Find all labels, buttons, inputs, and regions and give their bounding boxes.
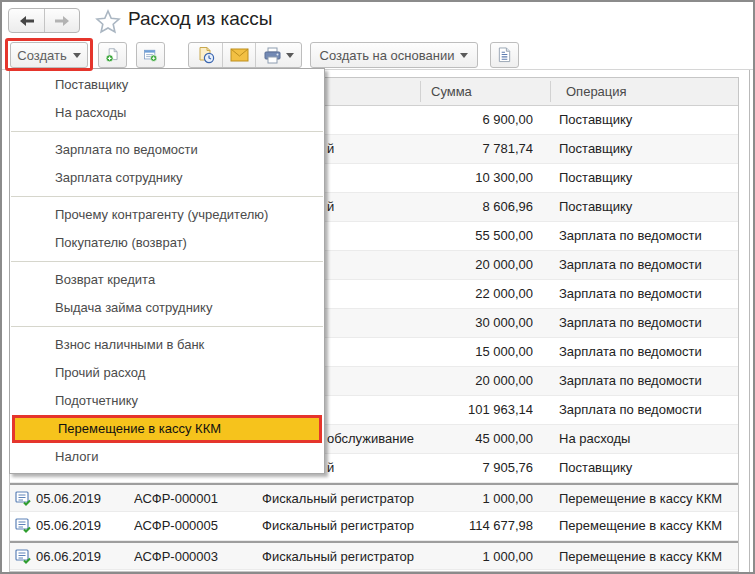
chevron-down-icon bbox=[73, 53, 81, 58]
menu-item-4[interactable]: Зарплата сотруднику bbox=[10, 164, 324, 192]
cell-sum: 30 000,00 bbox=[420, 309, 533, 336]
print-icon bbox=[263, 47, 282, 64]
new-group-button[interactable] bbox=[136, 42, 165, 68]
cell-detail: Фискальный регистратор bbox=[262, 512, 418, 539]
cell-number: АСФР-000001 bbox=[134, 485, 260, 512]
favorite-star-icon[interactable] bbox=[94, 7, 122, 35]
menu-item-6[interactable]: Прочему контрагенту (учредителю) bbox=[10, 201, 324, 229]
cell-operation: Перемещение в кассу ККМ bbox=[559, 512, 736, 539]
document-posted-icon bbox=[15, 491, 31, 509]
cell-sum: 22 000,00 bbox=[420, 280, 533, 307]
vertical-scrollbar[interactable] bbox=[741, 70, 750, 572]
menu-separator bbox=[10, 192, 324, 201]
table-row[interactable]: 05.06.2019АСФР-000001Фискальный регистра… bbox=[10, 483, 738, 512]
cell-operation: Зарплата по ведомости bbox=[559, 280, 736, 307]
cell-date: 05.06.2019 bbox=[36, 512, 132, 539]
cell-number: АСФР-000005 bbox=[134, 512, 260, 539]
table-row[interactable]: 06.06.2019АСФР-000003Фискальный регистра… bbox=[10, 541, 738, 570]
cell-detail: Фискальный регистратор bbox=[262, 485, 418, 512]
cell-sum: 1 000,00 bbox=[420, 543, 533, 570]
cell-detail: Фискальный регистратор bbox=[262, 543, 418, 570]
cell-operation: На расходы bbox=[559, 425, 736, 452]
document-posted-icon bbox=[15, 518, 31, 536]
cash-expense-window: Расход из кассы Создать bbox=[0, 0, 755, 574]
create-button-label: Создать bbox=[17, 48, 66, 63]
cell-sum: 7 905,76 bbox=[420, 454, 533, 481]
menu-separator bbox=[10, 127, 324, 136]
menu-item-3[interactable]: Зарплата по ведомости bbox=[10, 136, 324, 164]
menu-separator bbox=[10, 257, 324, 266]
cell-number: АСФР-000003 bbox=[134, 543, 260, 570]
cell-operation: Поставщику bbox=[559, 106, 736, 133]
cell-sum: 101 963,14 bbox=[420, 396, 533, 423]
menu-item-1[interactable]: На расходы bbox=[10, 99, 324, 127]
cell-operation: Зарплата по ведомости bbox=[559, 251, 736, 278]
cell-operation: Перемещение в кассу ККМ bbox=[559, 485, 736, 512]
email-icon bbox=[230, 48, 249, 62]
column-header-sum[interactable]: Сумма bbox=[431, 78, 472, 105]
cell-sum: 45 000,00 bbox=[420, 425, 533, 452]
email-button[interactable] bbox=[222, 43, 255, 67]
cell-date: 05.06.2019 bbox=[36, 485, 132, 512]
menu-item-14[interactable]: Подотчетнику bbox=[10, 387, 324, 415]
cell-date: 06.06.2019 bbox=[36, 543, 132, 570]
cell-operation: Зарплата по ведомости bbox=[559, 396, 736, 423]
cell-operation: Перемещение в кассу ККМ bbox=[559, 543, 736, 570]
cell-operation: Поставщику bbox=[559, 454, 736, 481]
menu-item-16[interactable]: Налоги bbox=[10, 443, 324, 471]
cell-operation: Зарплата по ведомости bbox=[559, 309, 736, 336]
title-bar: Расход из кассы bbox=[2, 2, 753, 40]
chevron-down-icon bbox=[460, 53, 468, 58]
cell-sum: 7 781,74 bbox=[420, 135, 533, 162]
toolbar: Создать bbox=[2, 40, 753, 69]
cell-operation: Поставщику bbox=[559, 193, 736, 220]
page-title: Расход из кассы bbox=[128, 8, 272, 30]
cell-sum: 20 000,00 bbox=[420, 367, 533, 394]
post-document-button[interactable] bbox=[189, 43, 222, 67]
menu-item-10[interactable]: Выдача займа сотруднику bbox=[10, 294, 324, 322]
report-icon bbox=[497, 46, 512, 64]
cell-sum: 10 300,00 bbox=[420, 164, 533, 191]
new-document-icon bbox=[105, 46, 120, 64]
report-button[interactable] bbox=[490, 42, 519, 68]
cell-sum: 15 000,00 bbox=[420, 338, 533, 365]
menu-item-7[interactable]: Покупателю (возврат) bbox=[10, 229, 324, 257]
menu-item-13[interactable]: Прочий расход bbox=[10, 359, 324, 387]
back-button[interactable] bbox=[9, 9, 44, 32]
cell-operation: Зарплата по ведомости bbox=[559, 338, 736, 365]
menu-item-9[interactable]: Возврат кредита bbox=[10, 266, 324, 294]
print-chevron-down-icon bbox=[286, 53, 294, 58]
cell-operation: Поставщику bbox=[559, 164, 736, 191]
cell-sum: 8 606,96 bbox=[420, 193, 533, 220]
document-posted-icon bbox=[15, 549, 31, 567]
table-row[interactable]: 05.06.2019АСФР-000005Фискальный регистра… bbox=[10, 512, 738, 541]
create-dropdown-menu: ПоставщикуНа расходыЗарплата по ведомост… bbox=[9, 68, 325, 474]
menu-separator bbox=[10, 322, 324, 331]
forward-button[interactable] bbox=[44, 9, 79, 32]
column-divider bbox=[550, 81, 551, 102]
new-group-icon bbox=[143, 46, 158, 64]
actions-button-group bbox=[188, 42, 302, 68]
menu-item-12[interactable]: Взнос наличными в банк bbox=[10, 331, 324, 359]
cell-operation: Поставщику bbox=[559, 135, 736, 162]
cell-sum: 114 677,98 bbox=[420, 512, 533, 539]
post-document-icon bbox=[197, 46, 215, 64]
cell-sum: 6 900,00 bbox=[420, 106, 533, 133]
cell-sum: 1 000,00 bbox=[420, 485, 533, 512]
print-button[interactable] bbox=[255, 43, 301, 67]
back-arrow-icon bbox=[18, 14, 36, 28]
create-button[interactable]: Создать bbox=[10, 42, 88, 68]
column-header-operation[interactable]: Операция bbox=[566, 78, 627, 105]
cell-operation: Зарплата по ведомости bbox=[559, 222, 736, 249]
new-document-button[interactable] bbox=[98, 42, 127, 68]
cell-operation: Зарплата по ведомости bbox=[559, 367, 736, 394]
cell-sum: 20 000,00 bbox=[420, 251, 533, 278]
create-based-on-button[interactable]: Создать на основании bbox=[310, 42, 478, 68]
cell-sum: 55 500,00 bbox=[420, 222, 533, 249]
menu-item-0[interactable]: Поставщику bbox=[10, 71, 324, 99]
forward-arrow-icon bbox=[53, 14, 71, 28]
history-nav bbox=[8, 8, 80, 33]
create-based-on-label: Создать на основании bbox=[320, 48, 455, 63]
column-divider bbox=[420, 81, 421, 102]
menu-item-highlighted[interactable]: Перемещение в кассу ККМ bbox=[12, 415, 322, 443]
